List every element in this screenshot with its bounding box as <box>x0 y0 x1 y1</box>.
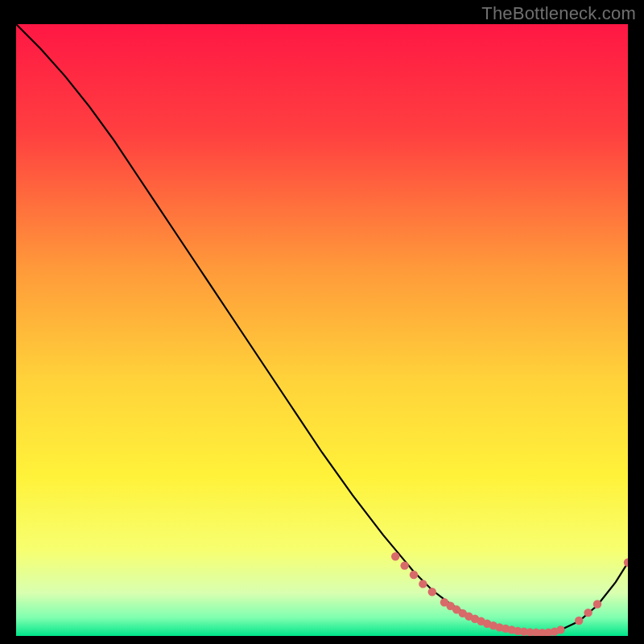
data-point <box>428 588 436 596</box>
plot-area <box>16 24 628 636</box>
data-point <box>593 600 601 608</box>
data-point <box>410 571 418 579</box>
watermark-text: TheBottleneck.com <box>481 3 636 24</box>
data-point <box>400 561 408 569</box>
data-point <box>391 552 399 560</box>
data-point <box>556 625 564 634</box>
chart-frame: TheBottleneck.com <box>0 0 644 644</box>
data-point <box>419 580 427 588</box>
bottleneck-curve <box>16 24 628 633</box>
data-point <box>575 617 583 625</box>
data-point <box>624 559 628 567</box>
data-points-group <box>391 552 628 636</box>
curve-layer <box>16 24 628 636</box>
data-point <box>584 609 592 617</box>
